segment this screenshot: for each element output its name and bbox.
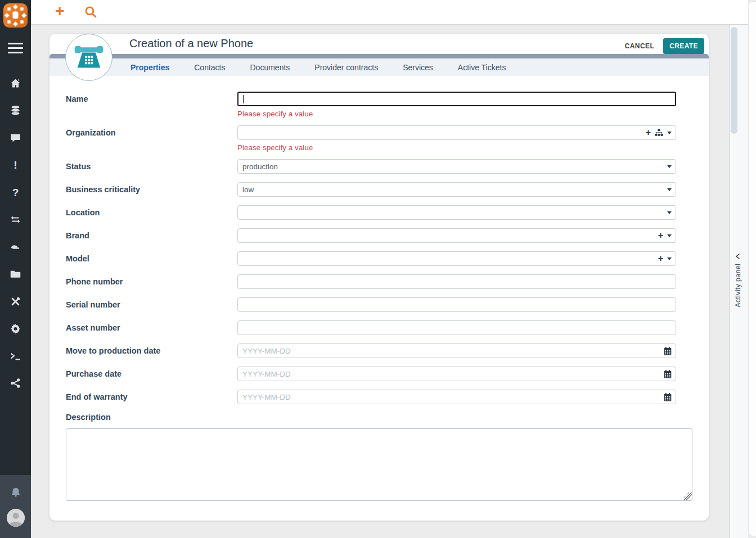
plus-icon[interactable]: + (55, 2, 64, 20)
field-row-brand: Brand+ (50, 228, 709, 243)
phone-number-input[interactable] (237, 274, 676, 289)
plus-icon[interactable]: + (658, 231, 663, 240)
exchange-icon (10, 214, 21, 225)
folder-icon (10, 268, 21, 280)
move-to-production-date-input[interactable]: YYYY-MM-DD (237, 343, 676, 358)
tools-icon (10, 296, 21, 308)
validation-error: Please specify a value (237, 110, 676, 118)
field-row-purchase-date: Purchase dateYYYY-MM-DD (50, 367, 709, 381)
field-label-asset-number: Asset number (50, 320, 237, 332)
model-picker[interactable]: + (237, 251, 676, 266)
phone-icon (74, 42, 104, 73)
sidebar-item-terminal[interactable] (0, 342, 31, 370)
field-label-status: Status (50, 159, 237, 171)
description-textarea[interactable] (66, 428, 692, 501)
calendar-icon[interactable] (664, 370, 672, 378)
field-row-phone-number: Phone number (50, 274, 709, 289)
database-icon (10, 105, 21, 116)
field-label-serial-number: Serial number (50, 297, 237, 309)
field-label-business-criticality: Business criticality (50, 182, 237, 194)
caret-down-icon[interactable] (667, 165, 672, 168)
sidebar-item-gear[interactable] (0, 315, 31, 343)
field-label-description: Description (50, 413, 709, 422)
end-of-warranty-input[interactable]: YYYY-MM-DD (237, 390, 676, 404)
tab-services[interactable]: Services (403, 63, 433, 72)
caret-down-icon[interactable] (667, 188, 672, 191)
field-row-asset-number: Asset number (50, 320, 709, 335)
sidebar-item-database[interactable] (0, 97, 31, 125)
activity-panel-edge[interactable] (748, 1, 756, 536)
purchase-date-input[interactable]: YYYY-MM-DD (237, 367, 676, 381)
tab-bar: PropertiesContactsDocumentsProvider cont… (50, 58, 709, 76)
plus-icon[interactable]: + (646, 128, 651, 137)
field-label-purchase-date: Purchase date (50, 367, 237, 378)
sidebar-item-question[interactable]: ? (0, 179, 31, 206)
field-row-status: Statusproduction (50, 159, 709, 174)
field-row-description: Description (50, 413, 709, 517)
field-row-business-criticality: Business criticalitylow (50, 182, 709, 197)
sidebar-item-home[interactable] (0, 70, 31, 97)
sidebar-item-tools[interactable] (0, 288, 31, 315)
field-row-move-to-production-date: Move to production dateYYYY-MM-DD (50, 343, 709, 358)
field-row-end-of-warranty: End of warrantyYYYY-MM-DD (50, 390, 709, 404)
activity-panel-strip: Activity panel (729, 25, 748, 538)
caret-down-icon[interactable] (667, 234, 672, 237)
create-button[interactable]: CREATE (663, 38, 704, 54)
field-label-end-of-warranty: End of warranty (50, 390, 237, 401)
sidebar-item-exclamation[interactable]: ! (0, 152, 31, 179)
hierarchy-icon[interactable] (655, 129, 663, 137)
properties-form: NamePlease specify a valueOrganization+P… (50, 34, 709, 517)
sidebar-item-handshake[interactable] (0, 233, 31, 261)
caret-down-icon[interactable] (667, 132, 672, 134)
tab-active-tickets[interactable]: Active Tickets (458, 63, 506, 72)
cancel-button[interactable]: CANCEL (625, 42, 654, 50)
sidebar-item-exchange[interactable] (0, 206, 31, 234)
chevron-left-icon (735, 254, 741, 259)
home-icon (10, 78, 21, 89)
activity-panel-toggle[interactable]: Activity panel (734, 254, 742, 308)
organization-picker[interactable]: + (237, 125, 676, 140)
field-label-move-to-production-date: Move to production date (50, 343, 237, 355)
asset-number-input[interactable] (237, 320, 676, 335)
terminal-icon (10, 350, 21, 362)
tab-contacts[interactable]: Contacts (194, 63, 225, 72)
field-label-phone-number: Phone number (50, 274, 237, 286)
status-select[interactable]: production (237, 159, 676, 174)
business-criticality-select[interactable]: low (237, 182, 676, 197)
calendar-icon[interactable] (664, 393, 672, 401)
user-avatar-icon[interactable] (7, 509, 25, 527)
field-row-model: Model+ (50, 251, 709, 266)
location-select[interactable] (237, 205, 676, 220)
sidebar: !? (0, 0, 31, 538)
hamburger-icon[interactable] (8, 43, 23, 56)
sidebar-item-comment[interactable] (0, 124, 31, 152)
sidebar-item-folder[interactable] (0, 261, 31, 288)
header-divider-bar (50, 54, 709, 58)
tab-documents[interactable]: Documents (250, 63, 290, 72)
caret-down-icon[interactable] (667, 211, 672, 214)
topbar: + (31, 0, 748, 25)
brand-picker[interactable]: + (237, 228, 676, 243)
calendar-icon[interactable] (664, 347, 672, 355)
serial-number-input[interactable] (237, 297, 676, 312)
tab-properties[interactable]: Properties (130, 63, 169, 72)
gear-icon (10, 323, 21, 334)
field-label-organization: Organization (50, 125, 237, 137)
sidebar-nav: !? (0, 70, 31, 397)
search-icon[interactable] (84, 5, 98, 21)
bell-icon[interactable] (10, 486, 22, 501)
handshake-icon (10, 241, 21, 253)
field-row-location: Location (50, 205, 709, 220)
main-content: Creation of a new Phone CANCEL CREATE Pr… (31, 25, 731, 538)
activity-panel-label: Activity panel (734, 264, 742, 308)
name-input[interactable] (237, 92, 676, 106)
scrollbar-thumb[interactable] (731, 27, 737, 134)
caret-down-icon[interactable] (667, 257, 672, 260)
comment-icon (10, 132, 21, 144)
itop-logo-icon[interactable] (3, 3, 28, 28)
sidebar-item-share[interactable] (0, 370, 31, 397)
share-icon (10, 377, 21, 389)
tab-provider-contracts[interactable]: Provider contracts (314, 63, 378, 72)
exclamation-icon: ! (14, 160, 17, 170)
plus-icon[interactable]: + (658, 254, 663, 263)
